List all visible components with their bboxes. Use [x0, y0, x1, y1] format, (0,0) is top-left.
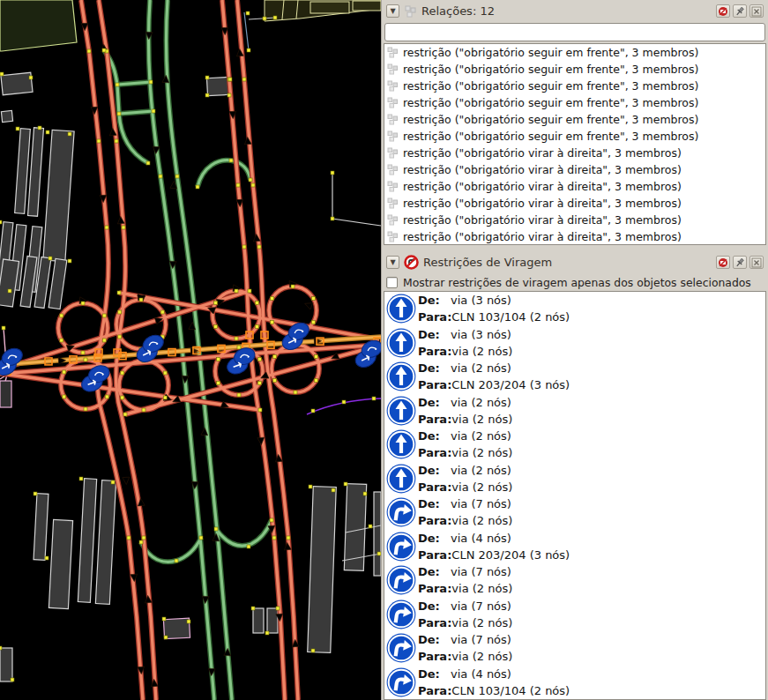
turn-right-sign-icon — [386, 497, 416, 527]
relation-list-item[interactable]: restrição ("obrigatório virar à direita"… — [384, 161, 765, 178]
go-straight-sign-icon — [386, 361, 416, 391]
relation-icon — [387, 197, 399, 209]
relation-icon — [387, 80, 399, 92]
from-label: De: — [418, 360, 451, 376]
from-value: via (4 nós) — [451, 667, 511, 681]
relation-icon — [387, 47, 399, 58]
turn-restrictions-list[interactable]: De:via (3 nós)Para:CLN 103/104 (2 nós)De… — [384, 291, 766, 700]
to-label: Para: — [418, 648, 451, 665]
turn-from-line: De:via (4 nós) — [418, 530, 570, 547]
relation-list-item[interactable]: restrição ("obrigatório seguir em frente… — [384, 61, 765, 78]
relation-list-item[interactable]: restrição ("obrigatório virar à direita"… — [384, 195, 765, 212]
relation-list-item[interactable]: restrição ("obrigatório seguir em frente… — [384, 111, 765, 128]
josm-window: ▼ Relações: 12 — [0, 0, 768, 700]
relations-list[interactable]: restrição ("obrigatório seguir em frente… — [384, 43, 766, 245]
turn-restriction-item[interactable]: De:via (7 nós)Para:via (2 nós) — [384, 495, 765, 530]
relations-filter-input[interactable] — [384, 23, 765, 41]
to-label: Para: — [418, 309, 451, 325]
to-label: Para: — [418, 580, 451, 597]
from-label: De: — [418, 598, 451, 614]
to-label: Para: — [418, 682, 451, 699]
from-value: via (3 nós) — [451, 294, 511, 307]
to-label: Para: — [418, 512, 451, 529]
turn-restriction-item[interactable]: De:via (2 nós)Para:via (2 nós) — [384, 428, 765, 462]
turn-restriction-item[interactable]: De:via (4 nós)Para:CLN 203/204 (3 nós) — [384, 530, 765, 564]
turn-close-button[interactable] — [749, 256, 764, 269]
turn-right-sign-icon — [386, 667, 416, 697]
turn-to-line: Para:via (2 nós) — [418, 444, 512, 461]
go-straight-sign-icon — [386, 396, 416, 426]
turn-from-line: De:via (2 nós) — [418, 428, 512, 444]
to-value: CLN 103/104 (2 nós) — [451, 684, 570, 697]
relation-icon — [387, 97, 399, 108]
relation-list-item[interactable]: restrição ("obrigatório seguir em frente… — [384, 44, 765, 61]
turn-hide-icons-button[interactable] — [716, 256, 730, 269]
turn-restriction-item[interactable]: De:via (2 nós)Para:via (2 nós) — [384, 394, 765, 428]
relation-item-label: restrição ("obrigatório virar à direita"… — [403, 146, 682, 160]
relation-item-label: restrição ("obrigatório virar à direita"… — [403, 180, 682, 193]
turn-from-line: De:via (3 nós) — [418, 292, 570, 309]
turn-from-line: De:via (7 nós) — [418, 631, 512, 648]
relations-collapse-button[interactable]: ▼ — [386, 4, 399, 18]
from-value: via (2 nós) — [451, 396, 511, 409]
turn-restriction-item[interactable]: De:via (3 nós)Para:via (2 nós) — [384, 326, 765, 361]
turn-to-line: Para:via (2 nós) — [418, 479, 512, 495]
turn-from-line: De:via (7 nós) — [418, 495, 512, 512]
relation-list-item[interactable]: restrição ("obrigatório seguir em frente… — [384, 94, 765, 111]
turn-from-line: De:via (7 nós) — [418, 563, 512, 580]
turn-restriction-item[interactable]: De:via (7 nós)Para:via (2 nós) — [384, 563, 765, 598]
from-label: De: — [418, 530, 451, 547]
turn-to-line: Para:via (2 nós) — [418, 580, 512, 597]
relation-list-item[interactable]: restrição ("obrigatório seguir em frente… — [384, 78, 765, 94]
turn-restriction-item[interactable]: De:via (7 nós)Para:via (2 nós) — [384, 631, 765, 666]
turn-collapse-button[interactable]: ▼ — [386, 256, 399, 269]
map-view[interactable] — [0, 0, 381, 700]
turn-from-line: De:via (2 nós) — [418, 462, 512, 479]
relation-list-item[interactable]: restrição ("obrigatório virar à direita"… — [384, 145, 765, 161]
turn-from-line: De:via (2 nós) — [418, 394, 512, 411]
from-label: De: — [418, 666, 451, 682]
show-selected-only-checkbox[interactable] — [386, 277, 398, 288]
turn-restriction-item[interactable]: De:via (7 nós)Para:via (2 nós) — [384, 598, 765, 632]
close-icon — [751, 257, 762, 268]
relation-icon — [387, 181, 399, 192]
turn-restriction-item[interactable]: De:via (3 nós)Para:CLN 103/104 (2 nós) — [384, 292, 765, 326]
turn-stick-button[interactable] — [733, 256, 747, 269]
turn-from-line: De:via (3 nós) — [418, 326, 512, 343]
go-straight-sign-icon — [386, 328, 416, 358]
turn-panel-header: ▼ Restrições de Viragem — [382, 251, 768, 273]
turn-restriction-item[interactable]: De:via (4 nós)Para:CLN 103/104 (2 nós) — [384, 666, 765, 700]
relation-item-label: restrição ("obrigatório seguir em frente… — [403, 113, 698, 126]
map-canvas[interactable] — [0, 0, 381, 700]
turn-from-line: De:via (4 nós) — [418, 666, 570, 682]
turn-right-sign-icon — [386, 532, 416, 562]
from-value: via (7 nós) — [451, 565, 511, 578]
to-label: Para: — [418, 411, 451, 428]
turn-restriction-item[interactable]: De:via (2 nós)Para:via (2 nós) — [384, 462, 765, 496]
to-value: via (2 nós) — [451, 446, 512, 459]
go-straight-sign-icon — [386, 429, 416, 459]
from-value: via (3 nós) — [451, 328, 511, 341]
pin-icon — [734, 6, 745, 17]
from-label: De: — [418, 462, 451, 479]
relations-close-button[interactable] — [749, 4, 764, 18]
relation-icon — [387, 164, 399, 175]
from-label: De: — [418, 495, 451, 512]
from-label: De: — [418, 326, 451, 343]
relation-list-item[interactable]: restrição ("obrigatório virar à direita"… — [384, 228, 765, 245]
turn-right-sign-icon — [386, 599, 416, 629]
relations-hide-icons-button[interactable] — [716, 4, 730, 18]
to-value: via (2 nós) — [451, 345, 512, 358]
turn-right-sign-icon — [386, 633, 416, 663]
relation-list-item[interactable]: restrição ("obrigatório virar à direita"… — [384, 178, 765, 195]
from-value: via (7 nós) — [451, 633, 511, 646]
to-label: Para: — [418, 376, 451, 393]
turn-to-line: Para:CLN 203/204 (3 nós) — [418, 376, 570, 393]
relation-list-item[interactable]: restrição ("obrigatório seguir em frente… — [384, 128, 765, 145]
relations-stick-button[interactable] — [733, 4, 747, 18]
from-label: De: — [418, 563, 451, 580]
relation-item-label: restrição ("obrigatório virar à direita"… — [403, 213, 682, 227]
turn-restriction-item[interactable]: De:via (2 nós)Para:CLN 203/204 (3 nós) — [384, 360, 765, 394]
relation-list-item[interactable]: restrição ("obrigatório virar à direita"… — [384, 212, 765, 228]
show-selected-only-row: Mostrar restrições de viragem apenas dos… — [382, 273, 768, 291]
